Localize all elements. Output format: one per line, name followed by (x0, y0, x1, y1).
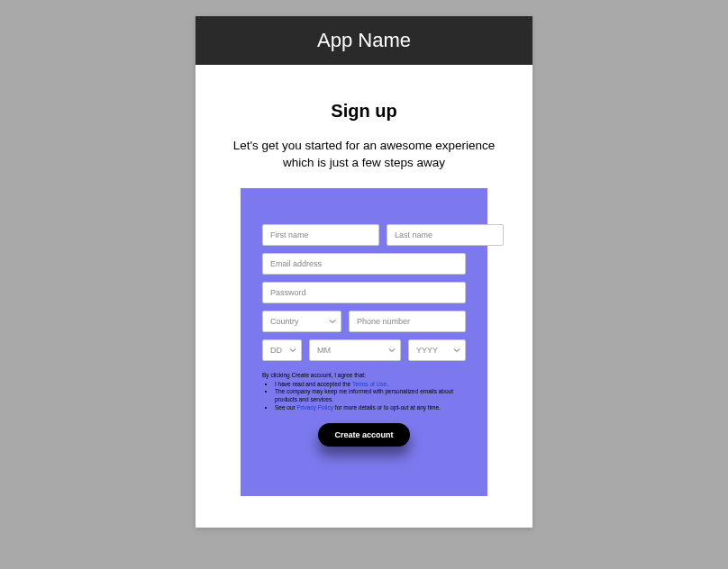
create-account-button[interactable]: Create account (318, 423, 409, 447)
dob-year-select[interactable] (408, 339, 466, 361)
legal-item3-prefix: See our (275, 404, 297, 411)
password-input[interactable] (262, 282, 466, 303)
legal-item-terms: I have read and accepted the Terms of Us… (275, 381, 466, 389)
dob-month-select[interactable] (309, 339, 401, 361)
dob-month-value[interactable] (309, 339, 401, 361)
legal-item-privacy: See our Privacy Policy for more details … (275, 404, 466, 412)
legal-intro: By clicking Create account, I agree that… (262, 372, 366, 378)
country-select[interactable] (262, 311, 341, 332)
legal-item-marketing: The company may keep me informed with pe… (275, 388, 466, 404)
dob-day-select[interactable] (262, 339, 302, 361)
page-title: Sign up (214, 101, 514, 122)
phone-input[interactable] (349, 311, 466, 332)
app-window: App Name Sign up Let's get you started f… (196, 16, 532, 528)
email-input[interactable] (262, 253, 466, 275)
content-area: Sign up Let's get you started for an awe… (196, 65, 532, 528)
legal-item3-suffix: for more details or to opt-out at any ti… (333, 404, 441, 411)
subtitle-line-1: Let's get you started for an awesome exp… (233, 139, 496, 152)
subtitle-line-2: which is just a few steps away (283, 156, 445, 169)
legal-item1-prefix: I have read and accepted the (275, 381, 352, 387)
page-subtitle: Let's get you started for an awesome exp… (214, 138, 514, 172)
last-name-input[interactable] (387, 224, 504, 246)
terms-of-use-link[interactable]: Terms of Use (352, 381, 387, 387)
privacy-policy-link[interactable]: Privacy Policy (297, 404, 333, 411)
country-select-value[interactable] (262, 311, 341, 332)
app-title: App Name (317, 29, 411, 51)
dob-day-value[interactable] (262, 339, 302, 361)
signup-form-card: By clicking Create account, I agree that… (241, 188, 487, 496)
legal-text: By clicking Create account, I agree that… (262, 372, 466, 412)
legal-item1-suffix: . (387, 381, 388, 387)
app-header: App Name (196, 16, 532, 65)
dob-year-value[interactable] (408, 339, 466, 361)
first-name-input[interactable] (262, 224, 379, 246)
